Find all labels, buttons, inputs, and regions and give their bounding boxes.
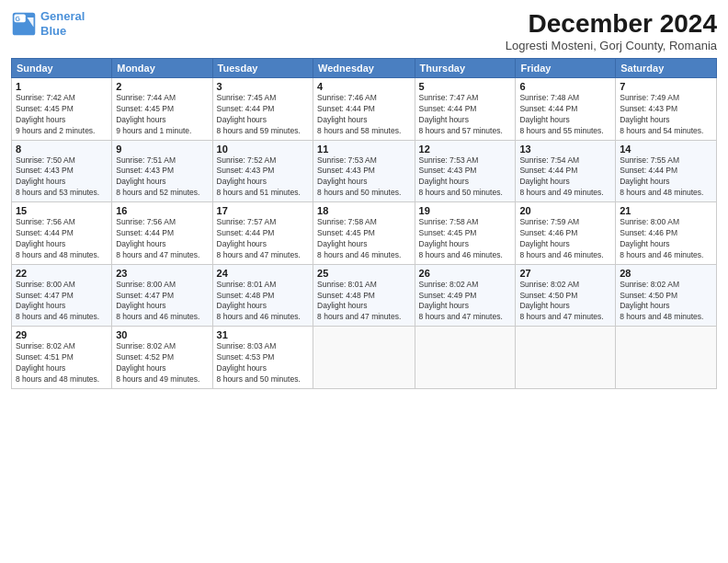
page-container: G General Blue December 2024 Logresti Mo…	[0, 0, 728, 396]
calendar-week-row: 22Sunrise: 8:00 AMSunset: 4:47 PMDayligh…	[12, 264, 717, 327]
subtitle: Logresti Mosteni, Gorj County, Romania	[506, 39, 717, 52]
calendar-cell: 6Sunrise: 7:48 AMSunset: 4:44 PMDaylight…	[516, 78, 616, 141]
calendar-header-row: SundayMondayTuesdayWednesdayThursdayFrid…	[12, 59, 717, 78]
calendar-cell: 15Sunrise: 7:56 AMSunset: 4:44 PMDayligh…	[12, 202, 112, 265]
calendar-cell: 24Sunrise: 8:01 AMSunset: 4:48 PMDayligh…	[212, 264, 313, 327]
day-number: 8	[16, 144, 108, 155]
title-section: December 2024 Logresti Mosteni, Gorj Cou…	[506, 9, 717, 52]
calendar-cell: 30Sunrise: 8:02 AMSunset: 4:52 PMDayligh…	[112, 327, 212, 389]
day-info: Sunrise: 8:03 AMSunset: 4:53 PMDaylight …	[217, 341, 309, 385]
calendar-cell	[313, 327, 415, 389]
calendar-cell: 18Sunrise: 7:58 AMSunset: 4:45 PMDayligh…	[313, 202, 415, 265]
day-info: Sunrise: 7:44 AMSunset: 4:45 PMDaylight …	[116, 93, 208, 137]
day-info: Sunrise: 7:56 AMSunset: 4:44 PMDaylight …	[116, 217, 208, 261]
day-info: Sunrise: 8:00 AMSunset: 4:47 PMDaylight …	[16, 280, 108, 324]
day-info: Sunrise: 7:49 AMSunset: 4:43 PMDaylight …	[620, 93, 712, 137]
day-info: Sunrise: 7:55 AMSunset: 4:44 PMDaylight …	[620, 155, 712, 200]
calendar-cell: 11Sunrise: 7:53 AMSunset: 4:43 PMDayligh…	[313, 140, 415, 202]
day-info: Sunrise: 7:47 AMSunset: 4:44 PMDaylight …	[419, 93, 512, 137]
day-number: 5	[419, 81, 512, 92]
day-info: Sunrise: 7:48 AMSunset: 4:44 PMDaylight …	[519, 93, 611, 137]
calendar-week-row: 15Sunrise: 7:56 AMSunset: 4:44 PMDayligh…	[12, 202, 717, 265]
day-number: 4	[317, 81, 411, 92]
calendar-day-header: Monday	[112, 59, 212, 78]
calendar-cell: 3Sunrise: 7:45 AMSunset: 4:44 PMDaylight…	[212, 78, 313, 141]
calendar-cell: 17Sunrise: 7:57 AMSunset: 4:44 PMDayligh…	[212, 202, 313, 265]
header: G General Blue December 2024 Logresti Mo…	[11, 9, 717, 52]
day-number: 9	[116, 144, 208, 155]
day-info: Sunrise: 7:42 AMSunset: 4:45 PMDaylight …	[16, 93, 108, 137]
day-info: Sunrise: 7:59 AMSunset: 4:46 PMDaylight …	[519, 217, 611, 261]
calendar-cell: 9Sunrise: 7:51 AMSunset: 4:43 PMDaylight…	[112, 140, 212, 202]
calendar-cell: 2Sunrise: 7:44 AMSunset: 4:45 PMDaylight…	[112, 78, 212, 141]
calendar-week-row: 1Sunrise: 7:42 AMSunset: 4:45 PMDaylight…	[12, 78, 717, 141]
day-number: 13	[519, 144, 611, 155]
calendar-cell: 10Sunrise: 7:52 AMSunset: 4:43 PMDayligh…	[212, 140, 313, 202]
calendar-cell: 4Sunrise: 7:46 AMSunset: 4:44 PMDaylight…	[313, 78, 415, 141]
calendar-cell: 26Sunrise: 8:02 AMSunset: 4:49 PMDayligh…	[415, 264, 516, 327]
day-number: 2	[116, 81, 208, 92]
day-number: 29	[16, 329, 108, 340]
day-number: 26	[419, 268, 512, 279]
calendar-cell	[415, 327, 516, 389]
calendar-cell: 28Sunrise: 8:02 AMSunset: 4:50 PMDayligh…	[616, 264, 717, 327]
day-number: 28	[620, 268, 712, 279]
day-info: Sunrise: 8:00 AMSunset: 4:46 PMDaylight …	[620, 217, 712, 261]
day-info: Sunrise: 8:01 AMSunset: 4:48 PMDaylight …	[217, 280, 309, 324]
calendar-cell	[516, 327, 616, 389]
day-number: 14	[620, 144, 712, 155]
calendar-day-header: Thursday	[415, 59, 516, 78]
day-number: 12	[419, 144, 512, 155]
day-info: Sunrise: 7:46 AMSunset: 4:44 PMDaylight …	[317, 93, 411, 137]
day-number: 27	[519, 268, 611, 279]
calendar-cell: 14Sunrise: 7:55 AMSunset: 4:44 PMDayligh…	[616, 140, 717, 202]
day-info: Sunrise: 7:58 AMSunset: 4:45 PMDaylight …	[317, 217, 411, 261]
calendar-cell: 8Sunrise: 7:50 AMSunset: 4:43 PMDaylight…	[12, 140, 112, 202]
day-info: Sunrise: 8:01 AMSunset: 4:48 PMDaylight …	[317, 280, 411, 324]
day-number: 22	[16, 268, 108, 279]
day-info: Sunrise: 7:52 AMSunset: 4:43 PMDaylight …	[217, 155, 309, 200]
calendar-cell: 29Sunrise: 8:02 AMSunset: 4:51 PMDayligh…	[12, 327, 112, 389]
day-number: 30	[116, 329, 208, 340]
calendar-day-header: Sunday	[12, 59, 112, 78]
calendar-cell: 27Sunrise: 8:02 AMSunset: 4:50 PMDayligh…	[516, 264, 616, 327]
day-info: Sunrise: 8:02 AMSunset: 4:50 PMDaylight …	[519, 280, 611, 324]
calendar-day-header: Wednesday	[313, 59, 415, 78]
calendar-cell: 23Sunrise: 8:00 AMSunset: 4:47 PMDayligh…	[112, 264, 212, 327]
day-info: Sunrise: 8:00 AMSunset: 4:47 PMDaylight …	[116, 280, 208, 324]
day-number: 11	[317, 144, 411, 155]
day-info: Sunrise: 7:57 AMSunset: 4:44 PMDaylight …	[217, 217, 309, 261]
day-number: 17	[217, 205, 309, 216]
calendar-cell: 16Sunrise: 7:56 AMSunset: 4:44 PMDayligh…	[112, 202, 212, 265]
calendar-cell: 13Sunrise: 7:54 AMSunset: 4:44 PMDayligh…	[516, 140, 616, 202]
day-number: 1	[16, 81, 108, 92]
day-number: 7	[620, 81, 712, 92]
day-info: Sunrise: 7:45 AMSunset: 4:44 PMDaylight …	[217, 93, 309, 137]
day-number: 16	[116, 205, 208, 216]
calendar-cell: 19Sunrise: 7:58 AMSunset: 4:45 PMDayligh…	[415, 202, 516, 265]
calendar-cell: 25Sunrise: 8:01 AMSunset: 4:48 PMDayligh…	[313, 264, 415, 327]
day-info: Sunrise: 7:53 AMSunset: 4:43 PMDaylight …	[419, 155, 512, 200]
calendar-week-row: 8Sunrise: 7:50 AMSunset: 4:43 PMDaylight…	[12, 140, 717, 202]
day-number: 24	[217, 268, 309, 279]
day-number: 21	[620, 205, 712, 216]
day-number: 20	[519, 205, 611, 216]
day-number: 10	[217, 144, 309, 155]
calendar-cell: 12Sunrise: 7:53 AMSunset: 4:43 PMDayligh…	[415, 140, 516, 202]
day-number: 18	[317, 205, 411, 216]
calendar-cell: 5Sunrise: 7:47 AMSunset: 4:44 PMDaylight…	[415, 78, 516, 141]
calendar-day-header: Saturday	[616, 59, 717, 78]
day-number: 19	[419, 205, 512, 216]
day-info: Sunrise: 7:54 AMSunset: 4:44 PMDaylight …	[519, 155, 611, 200]
day-info: Sunrise: 8:02 AMSunset: 4:50 PMDaylight …	[620, 280, 712, 324]
calendar-cell: 31Sunrise: 8:03 AMSunset: 4:53 PMDayligh…	[212, 327, 313, 389]
day-info: Sunrise: 7:56 AMSunset: 4:44 PMDaylight …	[16, 217, 108, 261]
day-number: 15	[16, 205, 108, 216]
day-number: 25	[317, 268, 411, 279]
calendar-table: SundayMondayTuesdayWednesdayThursdayFrid…	[11, 58, 717, 389]
logo-line1: General	[40, 9, 85, 23]
logo: G General Blue	[11, 9, 85, 38]
day-number: 23	[116, 268, 208, 279]
logo-text: General Blue	[40, 9, 85, 38]
calendar-cell: 1Sunrise: 7:42 AMSunset: 4:45 PMDaylight…	[12, 78, 112, 141]
